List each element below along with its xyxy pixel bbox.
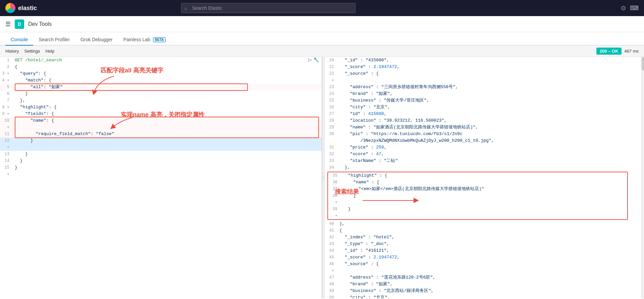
code-line-8: 8 ▾ "highlight": { — [0, 104, 322, 111]
right-result-panel[interactable]: 20 "_id" : "415600", 21 "_score" : 2.194… — [325, 57, 644, 298]
search-input[interactable] — [181, 3, 356, 13]
status-bar: 200 – OK 467 ms — [596, 48, 639, 55]
result-line-31: 31 "price" : 259, — [325, 144, 640, 151]
logo-text: elastic — [18, 5, 37, 12]
result-line-20: 20 "_id" : "415600", — [325, 57, 640, 64]
elastic-logo[interactable]: elastic — [5, 3, 46, 13]
search-icon: ⌕ — [184, 5, 187, 11]
wrench-button[interactable]: 🔧 — [313, 57, 319, 62]
result-line-42: 42 "_index" : "hotel", — [325, 234, 640, 241]
result-line-34: 34 }, — [325, 164, 640, 171]
result-line-47: 47 "address" : "莲花池东路120-2号6层", — [325, 274, 640, 281]
response-time: 467 ms — [624, 49, 639, 54]
result-line-26: 26 "city" : "北京", — [325, 104, 640, 111]
history-button[interactable]: History — [5, 49, 19, 54]
result-line-30b: /3NezpxNZWQMdNXibwbMkQuAZjDyJ_w200_h200_… — [325, 137, 640, 144]
result-line-38: 38 ▾ ] — [328, 192, 627, 206]
scrollbar-thumb[interactable] — [642, 57, 644, 70]
result-line-35: 35 "highlight" : { — [328, 172, 627, 179]
hamburger-menu[interactable]: ☰ — [5, 20, 11, 28]
code-line-14: 14 } — [0, 158, 322, 164]
scrollbar[interactable] — [641, 57, 644, 298]
result-line-33: 33 "starName" : "二钻" — [325, 158, 640, 164]
code-line-9: 9 ▾ "fields": { — [0, 111, 322, 117]
code-line-4: 4 ▾ "match": { — [0, 77, 322, 84]
tab-grok-debugger[interactable]: Grok Debugger — [75, 34, 118, 46]
code-line-11: 11 "require_field_match": "false" — [0, 131, 322, 137]
result-highlight-box: 35 "highlight" : { 36 "name" : [ 37 "<em… — [327, 172, 628, 220]
user-icon[interactable]: ⌨ — [630, 4, 639, 12]
tabs-bar: Console Search Profiler Grok Debugger Pa… — [0, 32, 644, 46]
result-line-23: 23 "address" : "三间房乡搭链坡村青年沟西侧558号", — [325, 84, 640, 91]
app-title: Dev Tools — [28, 21, 52, 27]
code-line-5: 5 "all": "如家" — [0, 84, 322, 91]
result-line-24: 24 "brand" : "如家", — [325, 91, 640, 97]
top-navigation: elastic ⌕ ⊙ ⌨ — [0, 0, 644, 16]
result-line-29: 29 "name" : "如家酒店(北京朝阳北路传媒大学搭链坡地铁站店)", — [325, 124, 640, 131]
tab-painless-lab[interactable]: Painless Lab BETA — [118, 34, 171, 46]
left-editor-panel: 1 GET /hotel/_search ▷ 🔧 2 { 3 ▾ "query"… — [0, 57, 322, 298]
result-line-36: 36 "name" : [ — [328, 179, 627, 186]
result-line-41: 41 { — [325, 227, 640, 234]
main-area: 1 GET /hotel/_search ▷ 🔧 2 { 3 ▾ "query"… — [0, 57, 644, 298]
notification-icon[interactable]: ⊙ — [621, 4, 626, 12]
code-line-3: 3 ▾ "query": { — [0, 70, 322, 77]
code-line-2: 2 { — [0, 64, 322, 70]
result-line-39: 39 ▾ } — [328, 206, 627, 219]
status-code: 200 – OK — [596, 48, 622, 55]
result-line-43: 43 "_type" : "_doc", — [325, 241, 640, 247]
app-badge: D — [15, 19, 24, 29]
result-line-25: 25 "business" : "传媒大学/管庄地区", — [325, 97, 640, 104]
code-line-1: 1 GET /hotel/_search ▷ 🔧 — [0, 57, 322, 64]
editor-toolbar: History Settings Help 200 – OK 467 ms — [0, 46, 644, 57]
code-line-10: 10 ▾ "name": { — [0, 117, 322, 131]
result-line-48: 48 "brand" : "如家", — [325, 281, 640, 288]
result-line-28: 28 "location" : "39.923212, 116.560023", — [325, 117, 640, 124]
code-line-12: 12 ▾ } — [0, 137, 322, 151]
tab-console[interactable]: Console — [5, 34, 33, 46]
code-line-6: 6 } — [0, 91, 322, 97]
code-line-7: 7 }, — [0, 97, 322, 104]
result-line-49: 49 "business" : "北京西站/丽泽商务区", — [325, 288, 640, 294]
panel-divider[interactable]: ⋮ — [322, 57, 325, 298]
result-line-50: 50 "city" : "北京", — [325, 294, 640, 298]
code-line-13: 13 } — [0, 151, 322, 158]
logo-icon — [5, 3, 15, 13]
beta-badge: BETA — [153, 37, 166, 42]
code-editor[interactable]: 1 GET /hotel/_search ▷ 🔧 2 { 3 ▾ "query"… — [0, 57, 322, 298]
run-button[interactable]: ▷ — [308, 57, 312, 62]
result-line-30a: 30 "pic" : "https://m.tuniucdn.com/fb3/s… — [325, 131, 640, 137]
result-line-46: 46 ▾ "_source" : { — [325, 261, 640, 274]
nav-right-actions: ⊙ ⌨ — [621, 4, 639, 12]
result-line-21: 21 "_score" : 2.1947472, — [325, 64, 640, 70]
global-search[interactable]: ⌕ — [181, 3, 356, 13]
result-line-27: 27 "id" : 415600, — [325, 111, 640, 117]
help-button[interactable]: Help — [45, 49, 54, 54]
result-line-44: 44 "_id" : "416121", — [325, 247, 640, 254]
result-line-22: 22 ▾ "_source" : { — [325, 70, 640, 84]
app-header: ☰ D Dev Tools — [0, 16, 644, 32]
result-line-45: 45 "_score" : 2.1947472, — [325, 254, 640, 261]
result-line-40: 40 }, — [325, 221, 640, 227]
result-line-37: 37 "<em>如家</em>酒店(北京朝阳北路传媒大学搭链坡地铁站店)" — [328, 186, 627, 192]
settings-button[interactable]: Settings — [24, 49, 40, 54]
result-line-32: 32 "score" : 47, — [325, 151, 640, 158]
code-line-15: 15 ▾ } — [0, 164, 322, 178]
tab-search-profiler[interactable]: Search Profiler — [33, 34, 75, 46]
